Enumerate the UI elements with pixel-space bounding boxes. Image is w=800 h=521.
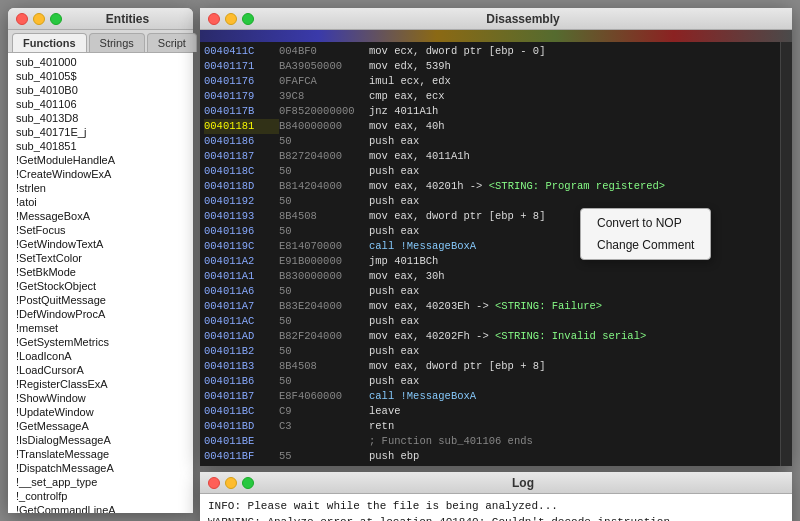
disassembly-content: 0040411C004BF0mov ecx, dword ptr [ebp - …	[200, 30, 792, 466]
asm-line[interactable]: 004011760FAFCAimul ecx, edx	[204, 74, 788, 89]
asm-address: 00401193	[204, 209, 279, 224]
asm-line[interactable]: 004011B650push eax	[204, 374, 788, 389]
asm-address: 00401192	[204, 194, 279, 209]
list-item[interactable]: !LoadCursorA	[8, 363, 193, 377]
list-item[interactable]: !GetWindowTextA	[8, 237, 193, 251]
asm-line[interactable]: 0040411C004BF0mov ecx, dword ptr [ebp - …	[204, 44, 788, 59]
log-close-button[interactable]	[208, 477, 220, 489]
list-item[interactable]: !GetSystemMetrics	[8, 335, 193, 349]
context-menu-item-1[interactable]: Change Comment	[581, 234, 710, 256]
list-item[interactable]: !GetStockObject	[8, 279, 193, 293]
asm-address: 0040118D	[204, 179, 279, 194]
disassembly-traffic-lights	[208, 13, 254, 25]
asm-instruction: mov ecx, dword ptr [ebp - 0]	[369, 44, 545, 59]
asm-instruction: retn	[369, 419, 394, 434]
log-maximize-button[interactable]	[242, 477, 254, 489]
entities-title-bar: Entities	[8, 8, 193, 30]
list-item[interactable]: !MessageBoxA	[8, 209, 193, 223]
list-item[interactable]: !SetFocus	[8, 223, 193, 237]
asm-instruction: push eax	[369, 344, 419, 359]
disassembly-minimize-button[interactable]	[225, 13, 237, 25]
asm-line[interactable]: 004011A1B830000000mov eax, 30h	[204, 269, 788, 284]
list-item[interactable]: sub_401106	[8, 97, 193, 111]
tab-script[interactable]: Script	[147, 33, 197, 52]
asm-line[interactable]: 004011B38B4508mov eax, dword ptr [ebp + …	[204, 359, 788, 374]
scrollbar[interactable]	[780, 42, 792, 466]
asm-line[interactable]: 00401187B827204000mov eax, 4011A1h	[204, 149, 788, 164]
disassembly-maximize-button[interactable]	[242, 13, 254, 25]
asm-address: 00401176	[204, 74, 279, 89]
asm-line[interactable]: 004011ADB82F204000mov eax, 40202Fh -> <S…	[204, 329, 788, 344]
asm-line[interactable]: 0040118DB814204000mov eax, 40201h -> <ST…	[204, 179, 788, 194]
list-item[interactable]: !SetBkMode	[8, 265, 193, 279]
asm-bytes: C9	[279, 404, 369, 419]
asm-line[interactable]: 004011BF55push ebp	[204, 449, 788, 464]
list-item[interactable]: !DefWindowProcA	[8, 307, 193, 321]
asm-bytes: 50	[279, 134, 369, 149]
asm-instruction: push eax	[369, 134, 419, 149]
list-item[interactable]: !TranslateMessage	[8, 447, 193, 461]
asm-address: 00401171	[204, 59, 279, 74]
asm-line[interactable]: 004011BE; Function sub_401106 ends	[204, 434, 788, 449]
tab-functions[interactable]: Functions	[12, 33, 87, 52]
log-minimize-button[interactable]	[225, 477, 237, 489]
asm-bytes: 8B4508	[279, 359, 369, 374]
asm-instruction: mov eax, dword ptr [ebp + 8]	[369, 359, 545, 374]
list-item[interactable]: !GetModuleHandleA	[8, 153, 193, 167]
log-content: INFO: Please wait while the file is bein…	[200, 494, 792, 521]
asm-line[interactable]: 004011AC50push eax	[204, 314, 788, 329]
asm-line[interactable]: 0040118C50push eax	[204, 164, 788, 179]
asm-address: 004011AD	[204, 329, 279, 344]
list-item[interactable]: !ShowWindow	[8, 391, 193, 405]
asm-line[interactable]: 004011BDC3retn	[204, 419, 788, 434]
list-item[interactable]: !LoadIconA	[8, 349, 193, 363]
asm-address: 00401181	[204, 119, 279, 134]
asm-address: 004011BC	[204, 404, 279, 419]
list-item[interactable]: !IsDialogMessageA	[8, 433, 193, 447]
asm-address: 004011A7	[204, 299, 279, 314]
context-menu-item-0[interactable]: Convert to NOP	[581, 212, 710, 234]
asm-line[interactable]: 004011A650push eax	[204, 284, 788, 299]
list-item[interactable]: !strlen	[8, 181, 193, 195]
list-item[interactable]: !__set_app_type	[8, 475, 193, 489]
log-line: INFO: Please wait while the file is bein…	[208, 498, 784, 514]
disassembly-close-button[interactable]	[208, 13, 220, 25]
list-item[interactable]: sub_401000	[8, 55, 193, 69]
functions-list: sub_401000sub_40105$sub_4010B0sub_401106…	[8, 53, 193, 513]
asm-instruction: cmp eax, ecx	[369, 89, 445, 104]
list-item[interactable]: sub_4010B0	[8, 83, 193, 97]
list-item[interactable]: !GetCommandLineA	[8, 503, 193, 513]
list-item[interactable]: sub_40105$	[8, 69, 193, 83]
asm-line[interactable]: 00401181B840000000mov eax, 40h	[204, 119, 788, 134]
asm-bytes: 50	[279, 224, 369, 239]
list-item[interactable]: !SetTextColor	[8, 251, 193, 265]
asm-instruction: jnz 4011A1h	[369, 104, 438, 119]
list-item[interactable]: !CreateWindowExA	[8, 167, 193, 181]
asm-instruction: mov eax, dword ptr [ebp + 8]	[369, 209, 545, 224]
list-item[interactable]: sub_4013D8	[8, 111, 193, 125]
maximize-button[interactable]	[50, 13, 62, 25]
close-button[interactable]	[16, 13, 28, 25]
asm-line[interactable]: 0040119250push eax	[204, 194, 788, 209]
asm-line[interactable]: 0040117B0F8520000000jnz 4011A1h	[204, 104, 788, 119]
list-item[interactable]: !atoi	[8, 195, 193, 209]
asm-line[interactable]: 0040118650push eax	[204, 134, 788, 149]
list-item[interactable]: !GetMessageA	[8, 419, 193, 433]
asm-bytes: 50	[279, 374, 369, 389]
minimize-button[interactable]	[33, 13, 45, 25]
list-item[interactable]: !memset	[8, 321, 193, 335]
asm-line[interactable]: 0040117939C8cmp eax, ecx	[204, 89, 788, 104]
asm-line[interactable]: 004011B250push eax	[204, 344, 788, 359]
list-item[interactable]: !RegisterClassExA	[8, 377, 193, 391]
list-item[interactable]: sub_40171E_j	[8, 125, 193, 139]
list-item[interactable]: sub_401851	[8, 139, 193, 153]
list-item[interactable]: !PostQuitMessage	[8, 293, 193, 307]
asm-line[interactable]: 00401171BA39050000mov edx, 539h	[204, 59, 788, 74]
list-item[interactable]: !DispatchMessageA	[8, 461, 193, 475]
asm-line[interactable]: 004011B7E8F4060000call !MessageBoxA	[204, 389, 788, 404]
tab-strings[interactable]: Strings	[89, 33, 145, 52]
list-item[interactable]: !UpdateWindow	[8, 405, 193, 419]
list-item[interactable]: !_controlfp	[8, 489, 193, 503]
asm-line[interactable]: 004011A7B83E204000mov eax, 40203Eh -> <S…	[204, 299, 788, 314]
asm-line[interactable]: 004011BCC9leave	[204, 404, 788, 419]
